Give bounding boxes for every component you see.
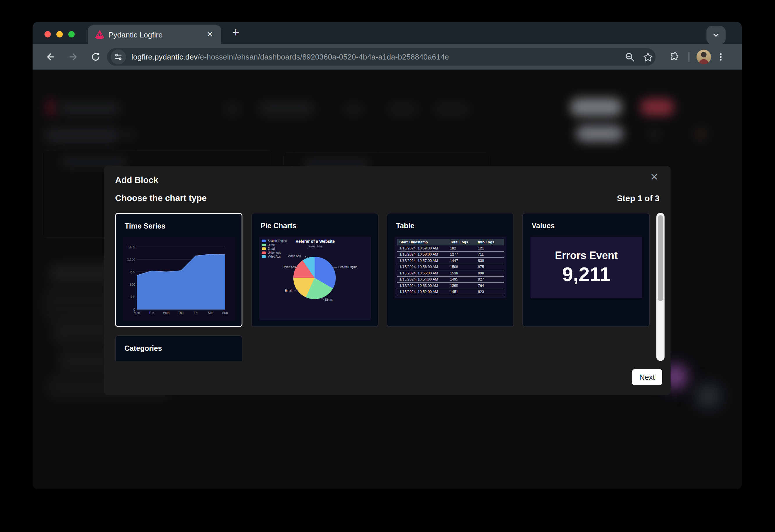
- y-tick: 900: [124, 270, 135, 274]
- bookmark-button[interactable]: [643, 52, 654, 63]
- url-text: logfire.pydantic.dev/e-hosseini/ehsan/da…: [131, 53, 449, 62]
- x-tick: Fri: [188, 311, 203, 314]
- site-settings-button[interactable]: [111, 49, 126, 64]
- logfire-favicon: [94, 29, 105, 40]
- cards-scrollbar-track[interactable]: [656, 213, 665, 361]
- x-tick: Mon: [130, 311, 144, 314]
- browser-window: Pydantic Logfire ✕ +: [33, 22, 742, 489]
- column-header: Total Logs: [450, 240, 478, 244]
- card-title: Pie Charts: [261, 222, 297, 230]
- forward-arrow-icon: [68, 52, 79, 62]
- card-categories[interactable]: Categories: [115, 335, 243, 361]
- back-button[interactable]: [44, 51, 56, 63]
- reload-button[interactable]: [89, 51, 102, 63]
- x-tick: Wed: [159, 311, 173, 314]
- card-table[interactable]: Table Start Timestamp Total Logs Info Lo…: [387, 213, 514, 327]
- card-time-series[interactable]: Time Series 1,500 1,20: [115, 213, 243, 327]
- column-header: Info Logs: [478, 240, 504, 244]
- value-number: 9,211: [562, 263, 611, 285]
- modal-title: Add Block: [115, 175, 158, 185]
- time-series-preview: 1,500 1,200 900 600 300 0 Mon Tue Wed Th…: [123, 237, 235, 321]
- table-cell: 1451: [450, 290, 478, 294]
- url-path: /e-hosseini/ehsan/dashboards/8920360a-05…: [198, 53, 449, 61]
- traffic-light-zoom[interactable]: [68, 31, 75, 37]
- table-cell: 1/15/2024, 10:59:00 AM: [397, 246, 450, 250]
- table-row: 1/15/2024, 10:55:00 AM1538898: [397, 270, 504, 277]
- column-header: Start Timestamp: [397, 240, 450, 244]
- y-tick: 300: [124, 295, 135, 299]
- extensions-button[interactable]: [668, 50, 681, 64]
- table-row: 1/15/2024, 10:56:00 AM1508875: [397, 264, 504, 271]
- table-cell: 1538: [450, 271, 478, 275]
- table-cell: 898: [478, 271, 504, 275]
- url-domain: logfire.pydantic.dev: [131, 53, 198, 61]
- table-cell: 1447: [450, 259, 478, 263]
- tab-strip: Pydantic Logfire ✕ +: [33, 22, 742, 44]
- card-title: Table: [396, 222, 414, 230]
- table-row: 1/15/2024, 10:53:00 AM1390764: [397, 283, 504, 289]
- table-cell: 1/15/2024, 10:53:00 AM: [397, 284, 450, 288]
- x-tick: Tue: [144, 311, 159, 314]
- table-cell: 1/15/2024, 10:54:00 AM: [397, 277, 450, 281]
- table-cell: 1/15/2024, 10:55:00 AM: [397, 271, 450, 275]
- pie-chart-preview: Referer of a Website Fake Data Search En…: [259, 237, 371, 320]
- forward-button[interactable]: [67, 51, 80, 63]
- x-tick: Sun: [218, 311, 232, 314]
- next-button[interactable]: Next: [632, 369, 662, 385]
- table-cell: 830: [478, 259, 504, 263]
- table-cell: 827: [478, 277, 504, 281]
- preview-table-body: 1/15/2024, 10:59:00 AM1821211/15/2024, 1…: [397, 245, 504, 295]
- table-cell: 1/15/2024, 10:56:00 AM: [397, 265, 450, 269]
- browser-toolbar: logfire.pydantic.dev/e-hosseini/ehsan/da…: [33, 44, 742, 70]
- table-cell: 875: [478, 265, 504, 269]
- table-cell: 711: [478, 252, 504, 256]
- back-arrow-icon: [45, 52, 55, 62]
- chevron-down-icon: [712, 31, 720, 39]
- area-fill: [137, 254, 225, 310]
- card-values[interactable]: Values Errors Event 9,211: [522, 213, 650, 327]
- url-bar[interactable]: logfire.pydantic.dev/e-hosseini/ehsan/da…: [107, 48, 656, 66]
- new-tab-button[interactable]: +: [229, 26, 243, 40]
- tab-search-button[interactable]: [706, 26, 726, 44]
- table-cell: 1508: [450, 265, 478, 269]
- table-row: 1/15/2024, 10:58:00 AM1277711: [397, 252, 504, 258]
- table-cell: 1/15/2024, 10:57:00 AM: [397, 259, 450, 263]
- pie-label: Video Ads: [288, 254, 301, 258]
- traffic-light-close[interactable]: [44, 31, 51, 37]
- tab-title: Pydantic Logfire: [108, 30, 162, 39]
- table-cell: 121: [478, 246, 504, 250]
- table-row: 1/15/2024, 10:52:00 AM1451823: [397, 289, 504, 296]
- magnifier-minus-icon: [625, 52, 636, 63]
- table-row: 1/15/2024, 10:57:00 AM1447830: [397, 258, 504, 264]
- table-cell: 764: [478, 284, 504, 288]
- traffic-light-minimize[interactable]: [56, 31, 63, 37]
- tune-icon: [114, 53, 123, 61]
- step-indicator: Step 1 of 3: [617, 194, 660, 203]
- table-row: 1/15/2024, 10:59:00 AM182121: [397, 245, 504, 252]
- table-cell: 823: [478, 290, 504, 294]
- y-tick: 600: [124, 283, 135, 286]
- close-icon[interactable]: ✕: [650, 171, 659, 183]
- x-tick: Thu: [173, 311, 188, 314]
- table-cell: 1/15/2024, 10:58:00 AM: [397, 252, 450, 256]
- table-row: 1/15/2024, 10:54:00 AM1495827: [397, 277, 504, 283]
- cards-scrollbar-thumb[interactable]: [658, 215, 663, 301]
- card-pie-charts[interactable]: Pie Charts Referer of a Website Fake Dat…: [251, 213, 378, 327]
- pie-label-lines: [259, 237, 371, 320]
- browser-tab[interactable]: Pydantic Logfire ✕: [88, 25, 221, 44]
- card-title: Time Series: [125, 222, 165, 230]
- add-block-modal: Add Block ✕ Choose the chart type Step 1…: [104, 166, 671, 395]
- table-header-row: Start Timestamp Total Logs Info Logs: [397, 239, 504, 245]
- tab-close-icon[interactable]: ✕: [207, 30, 213, 39]
- zoom-out-button[interactable]: [625, 52, 636, 63]
- table-cell: 182: [450, 246, 478, 250]
- value-label: Errors Event: [555, 249, 618, 262]
- table-cell: 1277: [450, 252, 478, 256]
- chart-type-cards: Time Series 1,500 1,20: [115, 213, 661, 361]
- pie-label: Union Ads: [283, 265, 296, 269]
- browser-menu-button[interactable]: [714, 50, 727, 64]
- card-title: Categories: [124, 344, 162, 353]
- profile-avatar[interactable]: [697, 50, 711, 64]
- modal-subtitle: Choose the chart type: [115, 193, 207, 203]
- table-cell: 1390: [450, 284, 478, 288]
